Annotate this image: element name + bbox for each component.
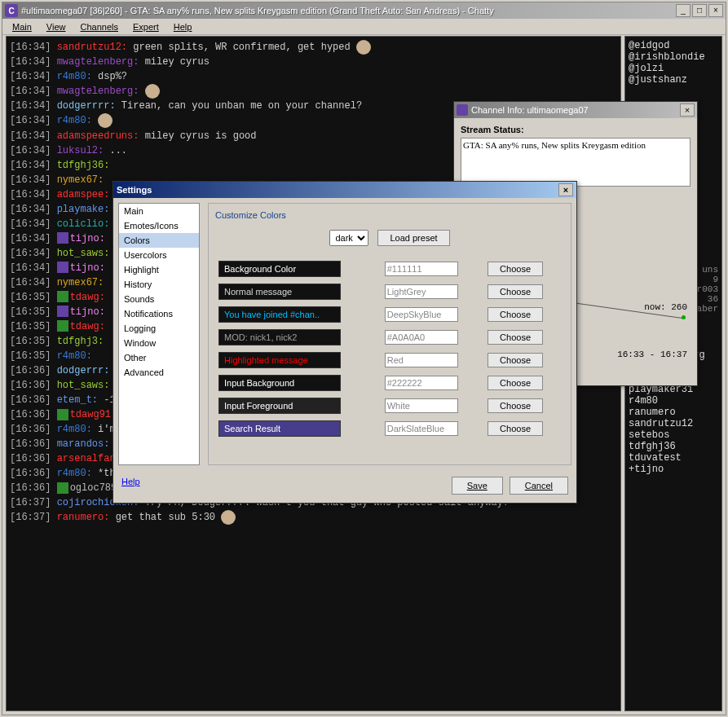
color-sample: Background Color	[218, 261, 341, 277]
settings-category-highlight[interactable]: Highlight	[119, 262, 199, 277]
menu-expert[interactable]: Expert	[126, 20, 165, 33]
turbo-badge-icon	[57, 306, 68, 317]
chat-username[interactable]: hot_saws	[57, 380, 104, 391]
settings-category-advanced[interactable]: Advanced	[119, 365, 199, 380]
chat-username[interactable]: tdawg	[70, 292, 99, 303]
menu-main[interactable]: Main	[6, 20, 38, 33]
chat-username[interactable]: tdawg	[70, 321, 99, 332]
cancel-button[interactable]: Cancel	[510, 477, 568, 495]
settings-category-window[interactable]: Window	[119, 336, 199, 350]
choose-color-button[interactable]: Choose	[488, 284, 543, 299]
chat-username[interactable]: ogloc789	[70, 482, 117, 494]
color-value-input[interactable]	[385, 307, 458, 322]
settings-category-other[interactable]: Other	[119, 350, 199, 365]
color-value-input[interactable]	[385, 398, 458, 413]
color-value-input[interactable]	[385, 376, 458, 390]
channel-info-title: Channel Info: ultimaomega07	[471, 105, 680, 115]
main-titlebar[interactable]: C #ultimaomega07 [36|260] - GTA: SA any%…	[2, 2, 726, 19]
close-button[interactable]: ×	[558, 183, 573, 196]
chat-username[interactable]: r4m80	[57, 71, 86, 82]
chat-username[interactable]: r4m80	[57, 424, 86, 435]
chat-username[interactable]: adamspee	[57, 189, 104, 200]
user-list-item[interactable]: tduvatest	[629, 452, 718, 464]
settings-category-main[interactable]: Main	[119, 204, 199, 218]
chat-username[interactable]: ranumero	[57, 512, 104, 523]
chat-username[interactable]: tdfghj36	[57, 160, 104, 171]
chat-username[interactable]: dodgerrrr	[57, 100, 110, 112]
section-header: Customize Colors	[215, 210, 564, 220]
chat-username[interactable]: hot_saws	[57, 248, 104, 259]
chat-username[interactable]: tijno	[70, 306, 99, 318]
settings-category-notifications[interactable]: Notifications	[119, 306, 199, 321]
settings-category-history[interactable]: History	[119, 277, 199, 292]
user-list-item[interactable]: +tijno	[629, 464, 718, 475]
user-list-item[interactable]: setebos	[629, 429, 718, 441]
menu-view[interactable]: View	[40, 20, 73, 33]
settings-titlebar[interactable]: Settings ×	[113, 182, 576, 198]
color-sample: Search Result	[218, 420, 341, 437]
emote-icon	[145, 84, 160, 99]
stream-status-input[interactable]: GTA: SA any% runs, New splits Kreygasm e…	[461, 138, 690, 187]
settings-category-emotesicons[interactable]: Emotes/Icons	[119, 218, 199, 233]
close-button[interactable]: ×	[680, 103, 695, 117]
chat-username[interactable]: mwagtelenberg	[57, 86, 134, 97]
color-value-input[interactable]	[385, 421, 458, 436]
settings-category-colors[interactable]: Colors	[119, 233, 199, 248]
user-list-item[interactable]: ranumero	[629, 407, 718, 418]
help-link[interactable]: Help	[121, 477, 140, 495]
chat-line: [16:37] ranumero: get that sub 5:30	[10, 510, 617, 525]
choose-color-button[interactable]: Choose	[488, 330, 543, 345]
color-value-input[interactable]	[385, 262, 458, 276]
user-list-item[interactable]: @eidgod	[629, 40, 718, 51]
chat-username[interactable]: tdawg91	[70, 409, 111, 420]
stream-status-label: Stream Status:	[461, 125, 690, 134]
chat-username[interactable]: adamspeedruns	[57, 130, 134, 142]
menu-help[interactable]: Help	[167, 20, 199, 33]
user-list-item[interactable]: sandrutzu12	[629, 418, 718, 429]
close-button[interactable]: ×	[708, 4, 723, 17]
color-value-input[interactable]	[385, 353, 458, 367]
color-value-input[interactable]	[385, 330, 458, 345]
choose-color-button[interactable]: Choose	[488, 262, 543, 276]
menubar: MainViewChannelsExpertHelp	[2, 19, 726, 35]
settings-category-logging[interactable]: Logging	[119, 321, 199, 336]
chat-username[interactable]: tdfghj3	[57, 336, 98, 347]
chat-username[interactable]: dodgerrr	[57, 365, 104, 376]
preset-select[interactable]: dark	[329, 230, 368, 246]
chat-username[interactable]: r4m80	[57, 468, 86, 479]
choose-color-button[interactable]: Choose	[488, 421, 543, 436]
chat-line: [16:34] r4m80: dsp%?	[10, 69, 617, 84]
user-list-item[interactable]: tdfghj36	[629, 441, 718, 452]
chat-username[interactable]: marandos	[57, 438, 104, 450]
chat-username[interactable]: r4m80	[57, 116, 86, 127]
chat-username[interactable]: mwagtelenberg	[57, 56, 134, 68]
user-list-item[interactable]: @irishblondie	[629, 51, 718, 63]
channel-info-titlebar[interactable]: Channel Info: ultimaomega07 ×	[454, 102, 697, 118]
choose-color-button[interactable]: Choose	[488, 376, 543, 390]
chat-username[interactable]: etem_t	[57, 394, 92, 406]
minimize-button[interactable]: _	[676, 4, 690, 17]
user-list-item[interactable]: @justshanz	[629, 74, 718, 86]
choose-color-button[interactable]: Choose	[488, 307, 543, 322]
chat-username[interactable]: tijno	[70, 262, 99, 274]
chat-username[interactable]: playmake	[57, 204, 104, 215]
choose-color-button[interactable]: Choose	[488, 353, 543, 367]
chat-line: [16:34] sandrutzu12: green splits, WR co…	[10, 40, 617, 55]
load-preset-button[interactable]: Load preset	[377, 230, 449, 246]
user-list-item[interactable]: r4m80	[629, 395, 718, 407]
chat-username[interactable]: sandrutzu12	[57, 42, 121, 53]
chat-username[interactable]: tijno	[70, 233, 99, 244]
chat-username[interactable]: nymex67	[57, 174, 98, 186]
save-button[interactable]: Save	[452, 477, 503, 495]
user-list-item[interactable]: @jolzi	[629, 63, 718, 74]
chat-username[interactable]: coliclio	[57, 218, 104, 230]
chat-username[interactable]: luksul2	[57, 145, 98, 156]
color-value-input[interactable]	[385, 284, 458, 299]
chat-username[interactable]: nymex67	[57, 277, 98, 288]
choose-color-button[interactable]: Choose	[488, 398, 543, 413]
settings-category-usercolors[interactable]: Usercolors	[119, 248, 199, 262]
settings-category-sounds[interactable]: Sounds	[119, 292, 199, 306]
chat-username[interactable]: r4m80	[57, 350, 86, 362]
menu-channels[interactable]: Channels	[74, 20, 125, 33]
maximize-button[interactable]: □	[692, 4, 707, 17]
